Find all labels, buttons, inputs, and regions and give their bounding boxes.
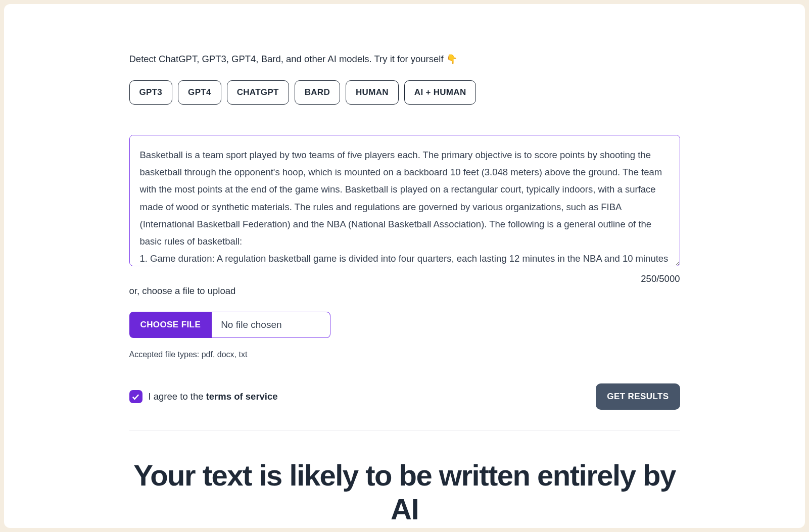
sample-chatgpt-button[interactable]: CHATGPT (227, 80, 289, 105)
get-results-button[interactable]: GET RESULTS (596, 383, 680, 410)
terms-wrapper: I agree to the terms of service (129, 390, 278, 403)
sample-human-button[interactable]: HUMAN (346, 80, 399, 105)
sample-ai-human-button[interactable]: AI + HUMAN (404, 80, 477, 105)
sample-buttons-row: GPT3 GPT4 CHATGPT BARD HUMAN AI + HUMAN (129, 80, 680, 105)
file-upload-row: CHOOSE FILE No file chosen (129, 312, 680, 338)
character-count: 250/5000 (129, 273, 680, 284)
sample-bard-button[interactable]: BARD (295, 80, 340, 105)
sample-gpt3-button[interactable]: GPT3 (129, 80, 173, 105)
sample-gpt4-button[interactable]: GPT4 (178, 80, 221, 105)
result-heading: Your text is likely to be written entire… (129, 459, 680, 526)
choose-file-button[interactable]: CHOOSE FILE (129, 312, 212, 338)
file-name-display: No file chosen (212, 312, 330, 338)
checkmark-icon (131, 393, 140, 401)
intro-text-content: Detect ChatGPT, GPT3, GPT4, Bard, and ot… (129, 54, 446, 64)
terms-of-service-link[interactable]: terms of service (206, 391, 278, 402)
accepted-file-types: Accepted file types: pdf, docx, txt (129, 350, 680, 359)
intro-text: Detect ChatGPT, GPT3, GPT4, Bard, and ot… (129, 52, 680, 66)
app-window: Detect ChatGPT, GPT3, GPT4, Bard, and ot… (4, 4, 805, 528)
terms-prefix: I agree to the (149, 391, 206, 402)
textarea-wrapper (129, 135, 680, 268)
pointing-down-icon: 👇 (446, 54, 457, 64)
text-input[interactable] (129, 135, 680, 266)
content-wrapper: Detect ChatGPT, GPT3, GPT4, Bard, and ot… (129, 52, 680, 526)
scroll-area[interactable]: Detect ChatGPT, GPT3, GPT4, Bard, and ot… (4, 4, 805, 528)
terms-checkbox[interactable] (129, 390, 142, 403)
divider (129, 430, 680, 430)
bottom-action-row: I agree to the terms of service GET RESU… (129, 383, 680, 410)
upload-label: or, choose a file to upload (129, 285, 680, 297)
terms-text: I agree to the terms of service (149, 391, 278, 402)
